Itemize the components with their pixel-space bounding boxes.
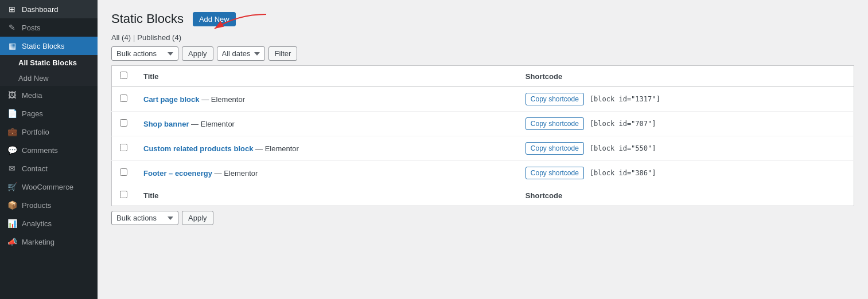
- row-checkbox-2[interactable]: [120, 144, 127, 151]
- shortcode-value: [block id="707"]: [590, 120, 656, 128]
- sidebar-item-label: Products: [22, 201, 51, 210]
- shortcode-footer-column-header: Shortcode: [517, 185, 854, 206]
- view-link-published[interactable]: Published (4): [137, 33, 181, 42]
- shortcode-value: [block id="386"]: [590, 169, 656, 177]
- contact-icon: ✉: [7, 164, 17, 173]
- table-row: Custom related products block — Elemento…: [112, 136, 854, 161]
- date-filter-select[interactable]: All dates: [217, 46, 265, 61]
- sidebar-item-label: Posts: [22, 23, 41, 32]
- row-suffix: — Elementor: [201, 95, 245, 104]
- sidebar-item-label: Dashboard: [22, 5, 59, 14]
- media-icon: 🖼: [7, 91, 17, 100]
- sidebar-item-posts[interactable]: ✎ Posts: [0, 18, 98, 37]
- sidebar-item-contact[interactable]: ✉ Contact: [0, 159, 98, 178]
- comments-icon: 💬: [7, 145, 17, 155]
- select-all-checkbox[interactable]: [120, 72, 127, 79]
- copy-shortcode-button[interactable]: Copy shortcode: [526, 93, 584, 105]
- bulk-actions-select-bottom[interactable]: Bulk actions Edit Move to Trash: [111, 211, 178, 225]
- row-checkbox-3[interactable]: [120, 168, 127, 176]
- row-suffix: — Elementor: [255, 144, 299, 153]
- sidebar-item-label: Comments: [22, 146, 58, 155]
- view-link-all[interactable]: All (4): [111, 33, 131, 42]
- sidebar-item-portfolio[interactable]: 💼 Portfolio: [0, 123, 98, 141]
- row-checkbox-cell: [112, 112, 136, 136]
- sidebar-item-woocommerce[interactable]: 🛒 WooCommerce: [0, 178, 98, 196]
- page-title: Static Blocks: [111, 11, 184, 26]
- row-checkbox-cell: [112, 87, 136, 112]
- posts-icon: ✎: [7, 23, 17, 32]
- title-column-header: Title: [135, 66, 517, 87]
- main-content: Static Blocks Add New All (4) | Publishe…: [98, 0, 868, 299]
- sidebar-sub-item-add-new[interactable]: Add New: [0, 70, 98, 86]
- row-title-cell: Shop banner — Elementor: [135, 112, 517, 136]
- sidebar-sub-item-all-static-blocks[interactable]: All Static Blocks: [0, 55, 98, 70]
- row-checkbox-cell: [112, 136, 136, 161]
- row-title-cell: Footer – ecoenergy — Elementor: [135, 161, 517, 186]
- row-shortcode-cell: Copy shortcode [block id="550"]: [517, 136, 854, 161]
- row-suffix: — Elementor: [215, 169, 258, 178]
- top-filter-bar: Bulk actions Edit Move to Trash Apply Al…: [111, 46, 854, 61]
- row-title-link[interactable]: Cart page block: [143, 95, 200, 104]
- row-title-link[interactable]: Footer – ecoenergy: [143, 169, 212, 178]
- portfolio-icon: 💼: [7, 127, 17, 136]
- sidebar-item-dashboard[interactable]: ⊞ Dashboard: [0, 0, 98, 18]
- page-header: Static Blocks Add New: [111, 11, 854, 26]
- copy-shortcode-button[interactable]: Copy shortcode: [526, 142, 584, 155]
- copy-shortcode-button[interactable]: Copy shortcode: [526, 167, 584, 179]
- sidebar-item-analytics[interactable]: 📊 Analytics: [0, 214, 98, 233]
- sidebar-item-media[interactable]: 🖼 Media: [0, 86, 98, 104]
- static-blocks-icon: ▦: [7, 41, 17, 50]
- products-icon: 📦: [7, 200, 17, 210]
- marketing-icon: 📣: [7, 237, 17, 246]
- sidebar-item-label: WooCommerce: [22, 183, 73, 191]
- row-title-cell: Custom related products block — Elemento…: [135, 136, 517, 161]
- row-title-link[interactable]: Shop banner: [143, 120, 189, 128]
- row-shortcode-cell: Copy shortcode [block id="707"]: [517, 112, 854, 136]
- bulk-actions-select-top[interactable]: Bulk actions Edit Move to Trash: [111, 46, 178, 61]
- sidebar-item-comments[interactable]: 💬 Comments: [0, 141, 98, 159]
- sidebar-submenu-static-blocks: All Static Blocks Add New: [0, 55, 98, 86]
- sidebar-item-label: Analytics: [22, 219, 52, 228]
- apply-button-top[interactable]: Apply: [182, 46, 213, 61]
- dashboard-icon: ⊞: [7, 5, 17, 14]
- filter-button[interactable]: Filter: [268, 46, 298, 61]
- table-row: Shop banner — Elementor Copy shortcode […: [112, 112, 854, 136]
- shortcode-column-header: Shortcode: [517, 66, 854, 87]
- table-footer-row: Title Shortcode: [112, 185, 854, 206]
- static-blocks-table: Title Shortcode Cart page block — Elemen…: [111, 65, 854, 206]
- apply-button-bottom[interactable]: Apply: [182, 211, 213, 225]
- row-checkbox-cell: [112, 161, 136, 186]
- sidebar-item-label: Contact: [22, 164, 48, 173]
- sidebar-item-marketing[interactable]: 📣 Marketing: [0, 233, 98, 251]
- woocommerce-icon: 🛒: [7, 182, 17, 191]
- add-new-button[interactable]: Add New: [193, 12, 236, 26]
- select-all-column: [112, 66, 136, 87]
- sidebar-item-label: Media: [22, 91, 42, 100]
- sidebar-item-pages[interactable]: 📄 Pages: [0, 104, 98, 123]
- view-links: All (4) | Published (4): [111, 33, 854, 42]
- bottom-filter-bar: Bulk actions Edit Move to Trash Apply: [111, 211, 854, 225]
- sidebar-item-label: Pages: [22, 109, 43, 118]
- copy-shortcode-button[interactable]: Copy shortcode: [526, 117, 584, 130]
- view-links-separator: |: [133, 33, 135, 42]
- sidebar-item-label: Portfolio: [22, 128, 49, 136]
- row-shortcode-cell: Copy shortcode [block id="386"]: [517, 161, 854, 186]
- sidebar: ⊞ Dashboard ✎ Posts ▦ Static Blocks All …: [0, 0, 98, 299]
- analytics-icon: 📊: [7, 219, 17, 228]
- row-shortcode-cell: Copy shortcode [block id="1317"]: [517, 87, 854, 112]
- select-all-footer-checkbox[interactable]: [120, 191, 127, 198]
- title-footer-column-header: Title: [135, 185, 517, 206]
- shortcode-value: [block id="550"]: [590, 144, 656, 152]
- shortcode-value: [block id="1317"]: [590, 95, 660, 103]
- table-row: Footer – ecoenergy — Elementor Copy shor…: [112, 161, 854, 186]
- row-title-link[interactable]: Custom related products block: [143, 144, 253, 153]
- pages-icon: 📄: [7, 109, 17, 118]
- row-checkbox-0[interactable]: [120, 95, 127, 102]
- sidebar-item-products[interactable]: 📦 Products: [0, 196, 98, 214]
- table-header-row: Title Shortcode: [112, 66, 854, 87]
- sidebar-item-label: Marketing: [22, 238, 55, 246]
- sidebar-item-static-blocks[interactable]: ▦ Static Blocks: [0, 37, 98, 55]
- row-title-cell: Cart page block — Elementor: [135, 87, 517, 112]
- row-checkbox-1[interactable]: [120, 119, 127, 127]
- sidebar-item-label: Static Blocks: [22, 42, 64, 50]
